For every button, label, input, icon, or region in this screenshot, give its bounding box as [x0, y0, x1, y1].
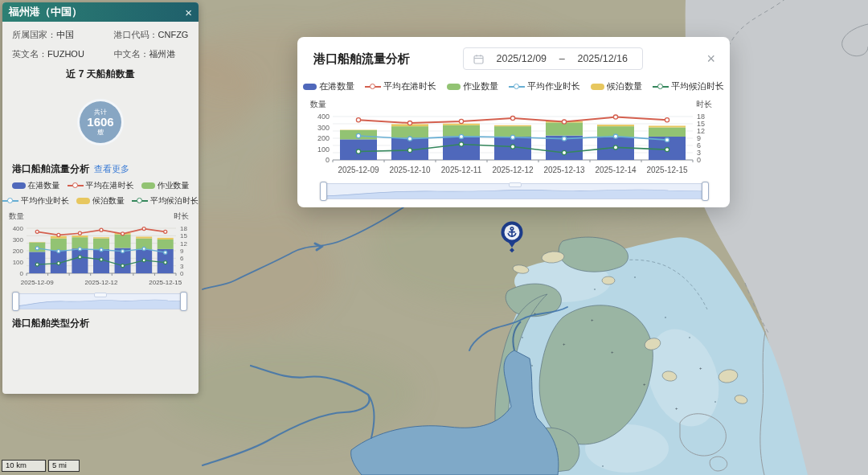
axis-left-label: 数量: [310, 99, 326, 110]
svg-text:300: 300: [317, 124, 330, 132]
svg-text:0: 0: [326, 156, 330, 164]
bar-segment[interactable]: [158, 238, 174, 240]
bar-segment[interactable]: [72, 248, 88, 273]
flow-analysis-modal: 港口船舶流量分析 2025/12/09 – 2025/12/16 × 在港数量平…: [297, 37, 730, 207]
view-more-link[interactable]: 查看更多: [94, 163, 129, 175]
bar-segment[interactable]: [72, 235, 88, 237]
legend-label: 候泊数量: [607, 80, 642, 92]
date-start-input[interactable]: 2025/12/09: [492, 53, 551, 64]
svg-text:200: 200: [13, 248, 24, 255]
vessel-type-chart[interactable]: [4, 332, 197, 394]
svg-text:200: 200: [317, 134, 330, 142]
svg-text:400: 400: [13, 225, 24, 232]
flow-chart-large[interactable]: 010020030040003691215182025-12-092025-12…: [309, 110, 719, 178]
legend-label: 作业数量: [158, 180, 190, 191]
legend-item[interactable]: 平均在港时长: [365, 80, 436, 92]
svg-text:2025-12-09: 2025-12-09: [21, 279, 54, 286]
legend-item[interactable]: 平均作业时长: [2, 195, 69, 207]
svg-text:+: +: [675, 406, 678, 411]
svg-text:15: 15: [697, 120, 705, 128]
panel-header: 福州港（中国） ×: [2, 2, 199, 22]
slider-handle-right[interactable]: [180, 292, 187, 311]
bar-segment[interactable]: [51, 239, 67, 251]
legend-item[interactable]: 作业数量: [447, 80, 498, 92]
axis-right-label: 时长: [174, 211, 189, 222]
legend-label: 平均在港时长: [86, 180, 134, 191]
svg-text:6: 6: [180, 255, 184, 262]
flow-legend-row-1: 在港数量平均在港时长作业数量: [2, 180, 199, 191]
svg-text:18: 18: [180, 225, 187, 232]
info-country: 所属国家：中国: [12, 29, 114, 41]
bar-segment[interactable]: [649, 128, 686, 137]
bar-segment[interactable]: [494, 125, 531, 126]
legend-line-swatch: [509, 83, 525, 90]
type-section-title: 港口船舶类型分析: [2, 317, 199, 330]
modal-close-icon[interactable]: ×: [705, 52, 717, 65]
svg-text:0: 0: [20, 270, 24, 277]
bar-segment[interactable]: [546, 122, 583, 135]
legend-item[interactable]: 候泊数量: [591, 80, 642, 92]
legend-item[interactable]: 平均在港时长: [68, 180, 134, 191]
date-range-slider-large[interactable]: [321, 183, 707, 199]
bar-segment[interactable]: [597, 125, 634, 126]
svg-text:12: 12: [180, 240, 187, 248]
slider-notch[interactable]: [94, 293, 107, 297]
svg-text:100: 100: [13, 259, 24, 266]
legend-item[interactable]: 作业数量: [141, 180, 190, 191]
donut-center-label: 共计 1606 艘: [77, 99, 124, 145]
bar-segment[interactable]: [115, 235, 131, 248]
bar-segment[interactable]: [391, 126, 428, 137]
svg-text:0: 0: [697, 156, 701, 164]
date-separator: –: [559, 53, 565, 64]
slider-handle-right[interactable]: [702, 182, 709, 201]
legend-item[interactable]: 候泊数量: [76, 195, 125, 207]
vessel-count-donut-chart[interactable]: 共计 1606 艘: [65, 87, 136, 158]
date-range-slider[interactable]: [14, 293, 186, 309]
svg-text:3: 3: [697, 149, 701, 157]
legend-bar-swatch: [303, 84, 317, 90]
legend-line-swatch: [365, 83, 381, 90]
svg-text:2025-12-10: 2025-12-10: [389, 166, 431, 174]
panel-close-icon[interactable]: ×: [185, 6, 192, 18]
svg-text:12: 12: [697, 127, 705, 135]
calendar-icon: [473, 54, 484, 64]
flow-chart[interactable]: 010020030040003691215182025-12-092025-12…: [4, 222, 197, 291]
svg-text:2025-12-13: 2025-12-13: [543, 166, 585, 174]
bar-segment[interactable]: [158, 240, 174, 249]
legend-label: 平均作业时长: [527, 80, 580, 92]
bar-segment[interactable]: [443, 136, 480, 160]
legend-item[interactable]: 平均作业时长: [509, 80, 580, 92]
port-info-panel: 福州港（中国） × 所属国家：中国 港口代码：CNFZG 英文名：FUZHOU …: [2, 2, 199, 394]
legend-bar-swatch: [447, 84, 461, 90]
svg-text:300: 300: [13, 236, 24, 244]
legend-bar-swatch: [76, 198, 90, 204]
info-port-code: 港口代码：CNFZG: [114, 29, 190, 41]
modal-title: 港口船舶流量分析: [313, 51, 410, 67]
legend-item[interactable]: 在港数量: [303, 80, 354, 92]
bar-segment[interactable]: [93, 239, 109, 249]
legend-line-swatch: [132, 198, 148, 205]
svg-text:9: 9: [697, 134, 701, 142]
legend-label: 平均候泊时长: [150, 195, 199, 207]
bar-segment[interactable]: [72, 237, 88, 248]
panel-title: 福州港（中国）: [9, 5, 82, 19]
date-range-picker[interactable]: 2025/12/09 – 2025/12/16: [463, 47, 643, 70]
legend-item[interactable]: 平均候泊时长: [653, 80, 724, 92]
bar-segment[interactable]: [136, 237, 152, 239]
svg-text:2025-12-15: 2025-12-15: [646, 166, 688, 174]
legend-line-swatch: [68, 182, 84, 190]
date-end-input[interactable]: 2025/12/16: [573, 53, 633, 64]
slider-notch[interactable]: [509, 182, 522, 187]
svg-text:3: 3: [180, 263, 184, 270]
bar-segment[interactable]: [649, 125, 686, 127]
legend-item[interactable]: 平均候泊时长: [132, 195, 199, 207]
legend-item[interactable]: 在港数量: [12, 180, 60, 191]
bar-segment[interactable]: [93, 237, 109, 238]
legend-label: 在港数量: [28, 180, 60, 191]
svg-text:2025-12-12: 2025-12-12: [85, 279, 118, 286]
slider-handle-left[interactable]: [12, 292, 19, 311]
slider-handle-left[interactable]: [320, 182, 327, 201]
legend-bar-swatch: [591, 84, 604, 90]
flow-legend: 在港数量平均在港时长作业数量平均作业时长候泊数量平均候泊时长: [297, 80, 730, 92]
svg-text:+: +: [563, 342, 566, 346]
